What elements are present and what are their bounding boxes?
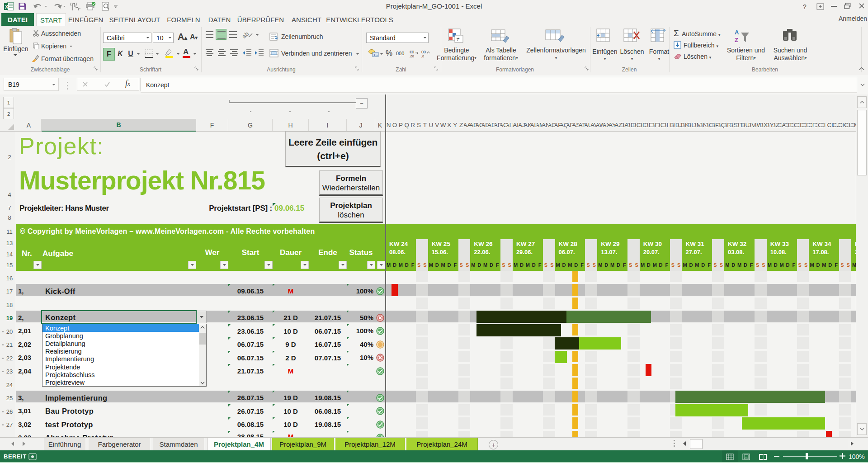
svg-text:≠: ≠ [457,36,460,43]
svg-text:ab: ab [242,31,250,39]
svg-text:X: X [5,4,9,9]
svg-text:?: ? [803,3,807,10]
svg-text:A: A [735,29,739,36]
svg-text:,00: ,00 [410,55,414,58]
svg-text:Z: Z [735,37,738,43]
svg-text:,0: ,0 [421,55,424,58]
svg-text:1,-: 1,- [373,53,378,57]
svg-text:00: 00 [421,50,426,54]
svg-text:€0: €0 [410,50,414,54]
